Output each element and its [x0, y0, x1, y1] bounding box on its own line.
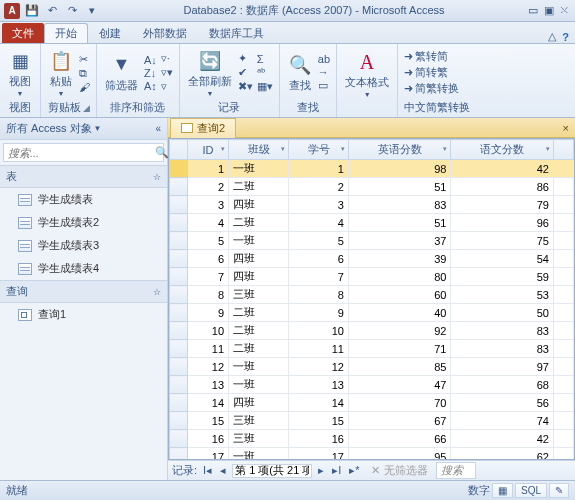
table-row[interactable]: 5一班53775	[170, 232, 574, 250]
new-record-icon[interactable]: ✦	[238, 52, 253, 65]
column-header[interactable]: 语文分数▾	[451, 140, 554, 160]
table-row[interactable]: 14四班147056	[170, 394, 574, 412]
row-selector[interactable]	[170, 358, 188, 376]
row-selector[interactable]	[170, 304, 188, 322]
table-row[interactable]: 2二班25186	[170, 178, 574, 196]
column-header[interactable]	[554, 140, 574, 160]
sort-desc-icon[interactable]: Z↓	[144, 67, 157, 79]
row-selector[interactable]	[170, 448, 188, 461]
dialog-launcher-icon[interactable]: ◢	[83, 103, 90, 113]
redo-icon[interactable]: ↷	[64, 3, 80, 19]
table-row[interactable]: 17一班179562	[170, 448, 574, 461]
nav-header[interactable]: 所有 Access 对象▼ «	[0, 118, 167, 140]
goto-icon[interactable]: →	[318, 66, 330, 78]
doc-tab-query2[interactable]: 查询2	[170, 118, 236, 138]
sort-asc-icon[interactable]: A↓	[144, 54, 157, 66]
textformat-button[interactable]: A文本格式▼	[343, 50, 391, 98]
row-selector[interactable]	[170, 160, 188, 178]
qat-more-icon[interactable]: ▾	[84, 3, 100, 19]
table-row[interactable]: 11二班117183	[170, 340, 574, 358]
table-row[interactable]: 13一班134768	[170, 376, 574, 394]
save-icon[interactable]: 💾	[24, 3, 40, 19]
table-row[interactable]: 9二班94050	[170, 304, 574, 322]
nav-table-item[interactable]: 学生成绩表2	[0, 211, 167, 234]
clear-sort-icon[interactable]: A↕	[144, 80, 157, 92]
filter-button[interactable]: ▼筛选器	[103, 53, 140, 93]
nav-group-queries[interactable]: 查询☆	[0, 280, 167, 303]
row-selector[interactable]	[170, 268, 188, 286]
delete-record-icon[interactable]: ✖▾	[238, 80, 253, 93]
totals-icon[interactable]: Σ	[257, 53, 273, 65]
select-all-corner[interactable]	[170, 140, 188, 160]
nav-table-item[interactable]: 学生成绩表	[0, 188, 167, 211]
table-row[interactable]: 6四班63954	[170, 250, 574, 268]
collapse-nav-icon[interactable]: «	[155, 123, 161, 134]
tab-external[interactable]: 外部数据	[132, 23, 198, 43]
close-icon[interactable]: ⛌	[560, 4, 571, 17]
first-record-icon[interactable]: I◂	[201, 464, 214, 477]
row-selector[interactable]	[170, 232, 188, 250]
replace-icon[interactable]: ab	[318, 53, 330, 65]
last-record-icon[interactable]: ▸I	[330, 464, 343, 477]
row-selector[interactable]	[170, 412, 188, 430]
row-selector[interactable]	[170, 286, 188, 304]
prev-record-icon[interactable]: ◂	[218, 464, 228, 477]
nav-query-item[interactable]: 查询1	[0, 303, 167, 326]
table-row[interactable]: 1一班19842	[170, 160, 574, 178]
more-records-icon[interactable]: ▦▾	[257, 80, 273, 93]
row-selector[interactable]	[170, 178, 188, 196]
new-record-nav-icon[interactable]: ▸*	[347, 464, 361, 477]
close-doc-icon[interactable]: ×	[557, 122, 575, 134]
nav-table-item[interactable]: 学生成绩表4	[0, 257, 167, 280]
undo-icon[interactable]: ↶	[44, 3, 60, 19]
table-row[interactable]: 8三班86053	[170, 286, 574, 304]
row-selector[interactable]	[170, 196, 188, 214]
tab-tools[interactable]: 数据库工具	[198, 23, 275, 43]
nav-group-tables[interactable]: 表☆	[0, 165, 167, 188]
find-button[interactable]: 🔍查找	[286, 53, 314, 93]
select-icon[interactable]: ▭	[318, 79, 330, 92]
refresh-button[interactable]: 🔄全部刷新▼	[186, 49, 234, 97]
tab-home[interactable]: 开始	[44, 23, 88, 43]
row-selector[interactable]	[170, 214, 188, 232]
table-row[interactable]: 12一班128597	[170, 358, 574, 376]
row-selector[interactable]	[170, 250, 188, 268]
row-selector[interactable]	[170, 322, 188, 340]
advanced-filter-icon[interactable]: ▿▾	[161, 66, 173, 79]
view-design-icon[interactable]: ✎	[549, 483, 569, 498]
table-row[interactable]: 15三班156774	[170, 412, 574, 430]
spelling-icon[interactable]: ᵃᵇ	[257, 66, 273, 79]
cut-icon[interactable]: ✂	[79, 53, 90, 66]
view-datasheet-icon[interactable]: ▦	[492, 483, 513, 498]
table-row[interactable]: 16三班166642	[170, 430, 574, 448]
trad-to-simp-button[interactable]: ➜ 繁转简	[404, 49, 459, 64]
save-record-icon[interactable]: ✔	[238, 66, 253, 79]
row-selector[interactable]	[170, 394, 188, 412]
column-header[interactable]: 英语分数▾	[348, 140, 450, 160]
table-row[interactable]: 3四班38379	[170, 196, 574, 214]
table-row[interactable]: 10二班109283	[170, 322, 574, 340]
record-position-input[interactable]	[232, 464, 312, 478]
recnav-search[interactable]: 搜索	[436, 462, 476, 479]
nav-table-item[interactable]: 学生成绩表3	[0, 234, 167, 257]
chinese-convert-button[interactable]: ➜ 简繁转换	[404, 81, 459, 96]
search-input[interactable]	[4, 144, 151, 161]
minimize-ribbon-icon[interactable]: △	[548, 30, 556, 43]
tab-create[interactable]: 创建	[88, 23, 132, 43]
selection-filter-icon[interactable]: ▿·	[161, 52, 173, 65]
row-selector[interactable]	[170, 430, 188, 448]
datasheet-grid[interactable]: ID▾班级▾学号▾英语分数▾语文分数▾1一班198422二班251863四班38…	[168, 138, 575, 460]
copy-icon[interactable]: ⧉	[79, 67, 90, 80]
toggle-filter-icon[interactable]: ▿	[161, 80, 173, 93]
tab-file[interactable]: 文件	[2, 23, 44, 43]
view-sql-icon[interactable]: SQL	[515, 483, 547, 498]
paste-button[interactable]: 📋粘贴▼	[47, 49, 75, 97]
format-painter-icon[interactable]: 🖌	[79, 81, 90, 93]
next-record-icon[interactable]: ▸	[316, 464, 326, 477]
minimize-icon[interactable]: ▭	[528, 4, 538, 17]
table-row[interactable]: 4二班45196	[170, 214, 574, 232]
help-icon[interactable]: ?	[562, 31, 569, 43]
column-header[interactable]: 学号▾	[289, 140, 349, 160]
table-row[interactable]: 7四班78059	[170, 268, 574, 286]
simp-to-trad-button[interactable]: ➜ 简转繁	[404, 65, 459, 80]
